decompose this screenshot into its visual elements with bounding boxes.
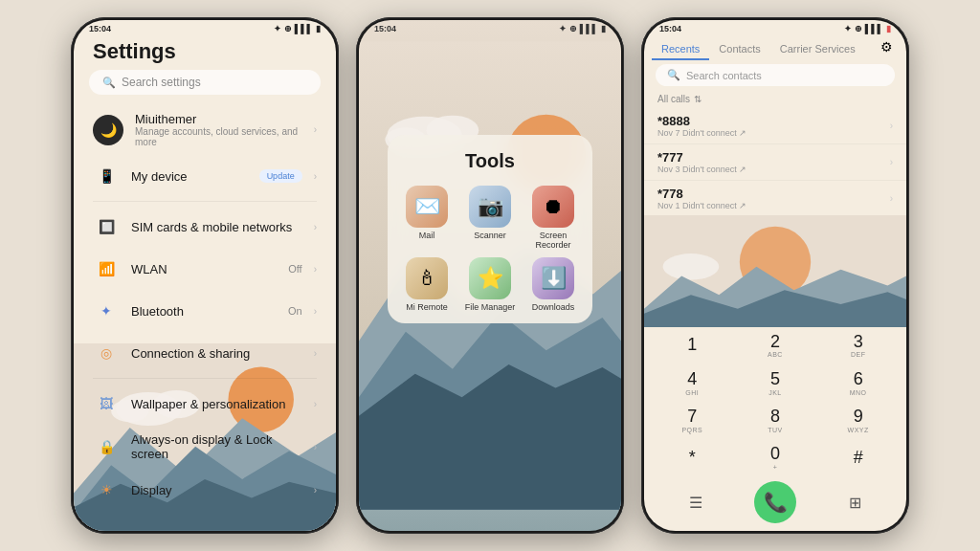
settings-title: Settings	[74, 35, 336, 70]
status-icons-settings: ✦ ⊕ ▌▌▌ ▮	[274, 24, 321, 33]
key-star[interactable]: *	[652, 440, 733, 475]
chevron-icon: ›	[314, 171, 317, 182]
app-item-scanner[interactable]: 📷 Scanner	[462, 186, 518, 250]
key-2-num: 2	[770, 333, 780, 352]
key-1[interactable]: 1	[652, 327, 733, 363]
key-2-letters: ABC	[768, 351, 783, 358]
call-button[interactable]: 📞	[754, 481, 796, 523]
key-2[interactable]: 2 ABC	[735, 327, 816, 363]
call-number-778: *778	[657, 187, 890, 201]
call-chevron-icon: ›	[890, 157, 893, 167]
key-7[interactable]: 7 PQRS	[652, 403, 733, 438]
app-item-recorder[interactable]: ⏺ Screen Recorder	[525, 186, 581, 250]
app-grid: ✉️ Mail 📷 Scanner ⏺ Screen Recorde	[399, 186, 581, 312]
call-info-778: *778 Nov 1 Didn't connect ↗	[657, 187, 890, 210]
folder-title: Tools	[399, 150, 581, 172]
connection-label: Connection & sharing	[131, 346, 302, 361]
tab-recents[interactable]: Recents	[652, 39, 709, 60]
aod-label: Always-on display & Lock screen	[131, 432, 302, 461]
key-6[interactable]: 6 MNO	[817, 365, 899, 401]
divider2	[93, 378, 317, 379]
dialer-tabs: Recents Contacts Carrier Services	[644, 35, 906, 60]
filemanager-icon: ⭐	[469, 257, 511, 299]
key-6-num: 6	[854, 370, 863, 389]
call-sub-8888: Nov 7 Didn't connect ↗	[657, 128, 890, 138]
miuithemer-text: Miuithemer Manage accounts, cloud servic…	[135, 112, 302, 147]
settings-item-bluetooth[interactable]: ✦ Bluetooth On ›	[74, 290, 336, 332]
settings-item-aod[interactable]: 🔒 Always-on display & Lock screen ›	[74, 425, 336, 469]
wifi-status-icon: ⊕	[284, 24, 292, 33]
key-5[interactable]: 5 JKL	[735, 365, 816, 401]
app-item-mail[interactable]: ✉️ Mail	[399, 186, 455, 250]
wifi-icon-dialer: ⊕	[855, 24, 862, 33]
recorder-icon: ⏺	[532, 186, 574, 228]
tab-contacts[interactable]: Contacts	[709, 39, 769, 60]
key-9-letters: WXYZ	[848, 427, 869, 433]
time-dialer: 15:04	[659, 24, 681, 33]
dialpad-icon[interactable]: ⊞	[849, 494, 861, 512]
downloads-label: Downloads	[532, 302, 575, 312]
app-item-filemanager[interactable]: ⭐ File Manager	[462, 257, 518, 312]
call-item-778[interactable]: *778 Nov 1 Didn't connect ↗ ›	[644, 181, 906, 217]
downloads-icon: ⬇️	[532, 257, 574, 299]
call-item-777[interactable]: *777 Nov 3 Didn't connect ↗ ›	[644, 144, 906, 181]
settings-item-miuithemer[interactable]: 🌙 Miuithemer Manage accounts, cloud serv…	[74, 104, 336, 155]
settings-item-wallpaper[interactable]: 🖼 Wallpaper & personalization ›	[74, 383, 336, 425]
key-4-letters: GHI	[685, 389, 699, 396]
settings-item-simcards[interactable]: 🔲 SIM cards & mobile networks ›	[74, 206, 336, 248]
app-item-miremote[interactable]: 🕯 Mi Remote	[399, 257, 455, 312]
key-hash[interactable]: #	[817, 440, 899, 475]
connection-icon: ◎	[93, 340, 120, 366]
tools-folder-popup: Tools ✉️ Mail 📷 Scanner	[388, 135, 592, 323]
menu-icon[interactable]: ☰	[689, 494, 702, 512]
wlan-label: WLAN	[131, 262, 277, 276]
aod-text: Always-on display & Lock screen	[131, 432, 302, 461]
scanner-icon: 📷	[469, 186, 511, 228]
key-star-num: *	[689, 449, 696, 468]
settings-item-mydevice[interactable]: 📱 My device Update ›	[74, 155, 336, 197]
call-info-8888: *8888 Nov 7 Didn't connect ↗	[657, 114, 890, 138]
sim-icon: 🔲	[93, 213, 120, 240]
svg-point-18	[663, 253, 720, 279]
chevron-icon: ›	[314, 348, 317, 359]
dialer-search-placeholder: Search contacts	[686, 70, 762, 81]
wallpaper-icon: 🖼	[93, 390, 120, 417]
wallpaper-label: Wallpaper & personalization	[131, 397, 302, 411]
settings-item-display[interactable]: ☀ Display ›	[74, 469, 336, 511]
settings-item-wlan[interactable]: 📶 WLAN Off ›	[74, 248, 336, 290]
time-settings: 15:04	[89, 24, 111, 33]
status-bar-dialer: 15:04 ✦ ⊕ ▌▌▌ ▮	[644, 20, 906, 35]
wifi-icon: 📶	[93, 255, 120, 282]
call-chevron-icon: ›	[890, 121, 893, 131]
key-4-num: 4	[687, 370, 697, 389]
bt-value: On	[288, 305, 302, 317]
key-8-letters: TUV	[768, 427, 783, 433]
call-chevron-icon: ›	[890, 193, 893, 204]
filter-icon: ⇅	[694, 94, 702, 104]
key-0[interactable]: 0 +	[735, 440, 816, 475]
phone-dialer: 15:04 ✦ ⊕ ▌▌▌ ▮ ⚙ Recents Contacts Carri…	[641, 17, 909, 534]
settings-item-connection[interactable]: ◎ Connection & sharing ›	[74, 332, 336, 374]
call-sub-777: Nov 3 Didn't connect ↗	[657, 165, 890, 174]
key-3[interactable]: 3 DEF	[817, 327, 899, 363]
key-9[interactable]: 9 WXYZ	[817, 403, 899, 438]
chevron-icon: ›	[314, 399, 317, 409]
status-icons-home: ✦ ⊕ ▌▌▌ ▮	[559, 24, 606, 33]
update-badge: Update	[259, 169, 302, 183]
call-item-8888[interactable]: *8888 Nov 7 Didn't connect ↗ ›	[644, 108, 906, 144]
key-7-letters: PQRS	[681, 427, 702, 433]
bt-icon-dialer: ✦	[844, 24, 852, 33]
tab-carrier[interactable]: Carrier Services	[770, 39, 865, 60]
dialer-search-bar[interactable]: 🔍 Search contacts	[656, 64, 895, 86]
mydevice-text: My device	[131, 169, 248, 184]
app-item-downloads[interactable]: ⬇️ Downloads	[525, 257, 581, 312]
settings-gear-icon[interactable]: ⚙	[880, 39, 893, 55]
key-4[interactable]: 4 GHI	[652, 365, 733, 401]
sim-text: SIM cards & mobile networks	[131, 220, 302, 234]
search-placeholder: Search settings	[122, 76, 201, 89]
key-3-letters: DEF	[851, 351, 866, 358]
settings-search-bar[interactable]: 🔍 Search settings	[89, 70, 321, 95]
key-8[interactable]: 8 TUV	[735, 403, 816, 438]
battery-icon-home: ▮	[601, 24, 606, 33]
mail-label: Mail	[419, 231, 435, 240]
